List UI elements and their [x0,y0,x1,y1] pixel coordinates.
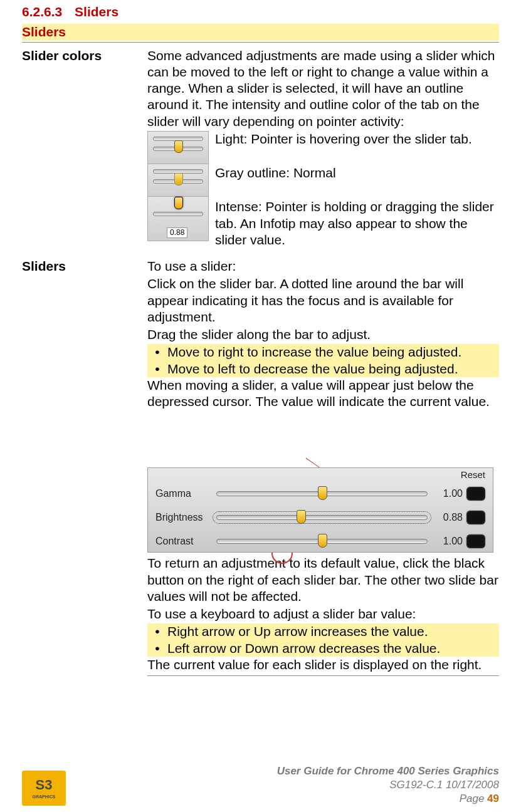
table-row: Slider colors Some advanced adjustments … [22,48,499,249]
list-item: Move to right to increase the value bein… [147,344,499,360]
paragraph: To use a keyboard to adjust a slider bar… [147,606,499,622]
footer-title: User Guide for Chrome 400 Series Graphic… [277,764,499,778]
reset-button[interactable] [466,534,485,548]
paragraph: When moving a slider, a value will appea… [147,377,499,410]
slider-tab-icon [174,197,183,209]
reset-header: Reset [461,469,485,481]
slider-row-brightness: Brightness 0.88 [148,507,493,528]
footer-page: Page 49 [277,792,499,806]
slider-tab-icon[interactable] [318,486,327,500]
svg-text:GRAPHICS: GRAPHICS [33,794,56,799]
slider-states-thumbnail: 0.88 [147,131,209,241]
divider [147,675,499,676]
gamma-slider[interactable] [216,491,428,496]
slider-tab-icon[interactable] [318,534,327,548]
contrast-slider[interactable] [216,539,428,544]
table-row: Sliders To use a slider: Click on the sl… [22,258,499,676]
content-table: Sliders Slider colors Some advanced adju… [22,24,499,676]
slider-tab-icon [174,140,183,153]
list-item: Right arrow or Up arrow increases the va… [147,623,499,640]
state-intense: Intense: Pointer is holding or dragging … [215,199,499,248]
slider-panel: Reset Gamma 1.00 Brightness 0.88 [147,467,493,553]
reset-button[interactable] [466,487,485,501]
footer-docref: SG192-C.1 10/17/2008 [277,778,499,792]
infotip: 0.88 [167,227,187,238]
slider-tab-icon [174,173,183,185]
reset-button[interactable] [466,511,485,524]
s3-logo-icon: S3 GRAPHICS [22,771,66,806]
paragraph: Some advanced adjustments are made using… [147,48,499,130]
state-gray: Gray outline: Normal [215,165,499,181]
slider-row-contrast: Contrast 1.00 [148,531,493,552]
slider-value: 0.88 [434,511,466,524]
section-title: Sliders [75,4,118,19]
paragraph: To return an adjustment to its default v… [147,555,499,605]
slider-panel-figure: Brightness has the focus and has been de… [147,467,499,553]
row-label: Sliders [22,258,147,676]
svg-text:S3: S3 [36,777,53,793]
paragraph: The current value for each slider is dis… [147,657,499,673]
slider-value: 1.00 [434,487,466,500]
highlighted-list: Move to right to increase the value bein… [147,344,499,377]
paragraph: Click on the slider bar. A dotted line a… [147,276,499,325]
list-item: Left arrow or Down arrow decreases the v… [147,640,499,657]
section-number: 6.2.6.3 [22,4,62,19]
divider [22,42,499,43]
table-header: Sliders [22,24,499,40]
section-heading: 6.2.6.3 Sliders [22,4,499,20]
highlighted-list: Right arrow or Up arrow increases the va… [147,623,499,657]
slider-label: Gamma [148,487,214,500]
page-footer: S3 GRAPHICS User Guide for Chrome 400 Se… [22,764,499,806]
state-light: Light: Pointer is hovering over the slid… [215,131,499,147]
slider-label: Contrast [148,535,214,548]
row-label: Slider colors [22,48,147,249]
brightness-slider[interactable] [216,515,428,520]
slider-row-gamma: Gamma 1.00 [148,483,493,504]
slider-tab-icon[interactable] [297,510,306,524]
paragraph: To use a slider: [147,258,499,274]
slider-label: Brightness [148,511,214,524]
paragraph: Drag the slider along the bar to adjust. [147,326,499,343]
list-item: Move to left to decrease the value being… [147,361,499,377]
slider-value: 1.00 [434,535,466,548]
